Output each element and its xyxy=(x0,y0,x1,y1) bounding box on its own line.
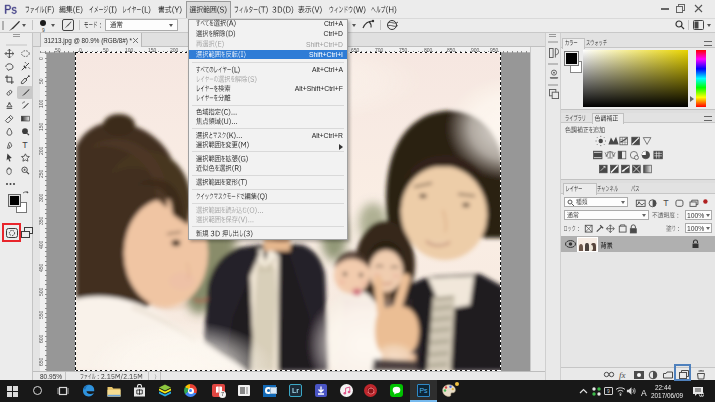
svg-text:Alt+Shift+Ctrl+F: Alt+Shift+Ctrl+F xyxy=(295,85,343,92)
svg-text:50: 50 xyxy=(55,47,61,53)
svg-text:150: 150 xyxy=(38,122,44,131)
svg-text:Alt+Ctrl+A: Alt+Ctrl+A xyxy=(312,66,343,73)
svg-text:300: 300 xyxy=(38,193,44,202)
svg-text:700: 700 xyxy=(375,47,384,53)
svg-text:750: 750 xyxy=(399,47,408,53)
svg-text:200: 200 xyxy=(170,47,179,53)
svg-text:100: 100 xyxy=(38,99,44,108)
svg-text:800: 800 xyxy=(424,47,433,53)
svg-text:450: 450 xyxy=(38,263,44,272)
svg-text:Shift+Ctrl+D: Shift+Ctrl+D xyxy=(306,41,343,48)
svg-text:400: 400 xyxy=(38,240,44,249)
svg-text:31213.jpg @ 80.9% (RGB/8#) *: 31213.jpg @ 80.9% (RGB/8#) * xyxy=(44,37,132,45)
svg-text:Alt+Ctrl+R: Alt+Ctrl+R xyxy=(312,132,343,139)
svg-text:Ctrl+A: Ctrl+A xyxy=(324,20,344,27)
svg-text:850: 850 xyxy=(447,47,456,53)
svg-text:50: 50 xyxy=(103,47,109,53)
svg-text:50: 50 xyxy=(38,78,44,84)
svg-text:350: 350 xyxy=(38,216,44,225)
svg-text:2017/06/09: 2017/06/09 xyxy=(651,392,683,399)
svg-text:Shift+Ctrl+I: Shift+Ctrl+I xyxy=(309,51,343,58)
svg-text:A: A xyxy=(641,388,647,398)
svg-text:22:44: 22:44 xyxy=(655,384,671,391)
svg-text:900: 900 xyxy=(471,47,480,53)
svg-text:500: 500 xyxy=(38,287,44,296)
svg-text:200: 200 xyxy=(38,146,44,155)
svg-text:650: 650 xyxy=(351,47,360,53)
svg-text:100%: 100% xyxy=(687,212,704,219)
svg-text:650: 650 xyxy=(38,357,44,366)
svg-text:100%: 100% xyxy=(687,225,704,232)
svg-text:150: 150 xyxy=(148,47,157,53)
svg-text:〉: 〉 xyxy=(154,374,160,380)
svg-text:100: 100 xyxy=(125,47,134,53)
svg-text:250: 250 xyxy=(38,169,44,178)
svg-text:0: 0 xyxy=(38,57,44,60)
svg-text:550: 550 xyxy=(38,310,44,319)
svg-text:950: 950 xyxy=(490,47,499,53)
svg-text:600: 600 xyxy=(38,334,44,343)
svg-text:0: 0 xyxy=(79,47,82,53)
svg-text:Ctrl+D: Ctrl+D xyxy=(324,30,344,37)
svg-text:80.95%: 80.95% xyxy=(40,373,62,380)
